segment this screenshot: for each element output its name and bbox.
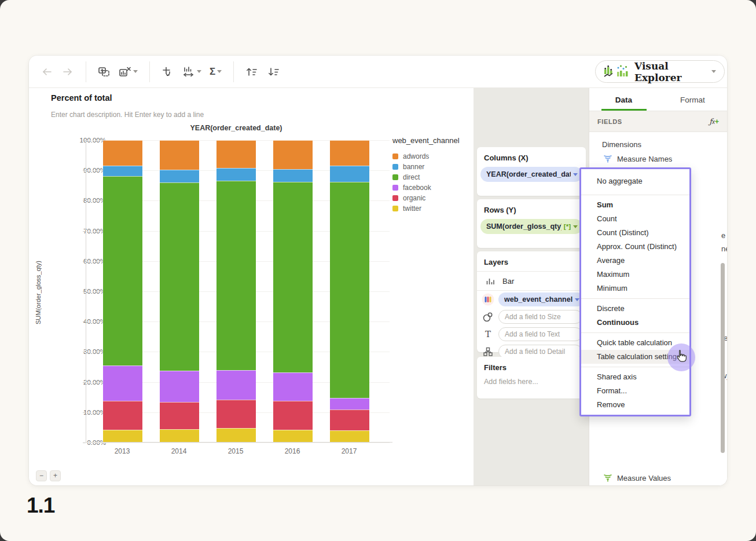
bar-segment-twitter[interactable] [160, 429, 199, 443]
scrollbar-thumb[interactable] [721, 263, 725, 453]
menu-item-remove[interactable]: Remove [581, 398, 689, 412]
duplicate-chart-icon [98, 66, 111, 78]
layer-type-label: Bar [502, 277, 514, 286]
bar-segment-adwords[interactable] [330, 140, 369, 166]
bar-segment-twitter[interactable] [103, 430, 142, 443]
bar-segment-organic[interactable] [216, 400, 256, 428]
bar-segment-direct[interactable] [216, 181, 256, 370]
stacked-bar-2016[interactable] [273, 140, 313, 443]
x-axis-tick-label: 2014 [151, 447, 207, 455]
legend-item-organic[interactable]: organic [392, 193, 460, 203]
legend-label: facebook [403, 184, 431, 192]
fit-width-button[interactable] [182, 66, 201, 78]
field-item[interactable]: Measure Names [589, 152, 727, 165]
stacked-bar-2015[interactable] [216, 140, 256, 443]
fx-plus-icon[interactable]: ƒx+ [709, 117, 719, 126]
layer-type-row[interactable]: Bar [477, 272, 586, 290]
bar-segment-organic[interactable] [273, 401, 313, 429]
bar-segment-banner[interactable] [103, 166, 142, 176]
legend-swatch [392, 185, 398, 191]
color-icon [482, 293, 494, 306]
sort-ascending-button[interactable] [245, 66, 259, 78]
legend-item-twitter[interactable]: twitter [392, 203, 460, 214]
chart-title[interactable]: Percent of total [51, 93, 112, 103]
filters-drop-target[interactable]: Add fields here... [477, 376, 586, 394]
bar-segment-organic[interactable] [103, 401, 142, 429]
bar-segment-direct[interactable] [160, 182, 199, 371]
sort-descending-button[interactable] [267, 66, 281, 78]
field-drop-target[interactable]: Add a field to Text [498, 327, 582, 341]
swap-axes-button[interactable] [162, 66, 174, 78]
zoom-out-button[interactable]: − [36, 470, 47, 481]
bar-segment-twitter[interactable] [216, 428, 256, 443]
back-arrow-button[interactable] [41, 66, 53, 78]
bar-segment-banner[interactable] [273, 169, 313, 182]
menu-item-approx-count-distinct[interactable]: Approx. Count (Distinct) [581, 240, 689, 254]
legend-item-banner[interactable]: banner [392, 162, 460, 172]
layer-row: TAdd a field to Text [477, 326, 586, 343]
bar-segment-organic[interactable] [330, 410, 369, 430]
bar-segment-adwords[interactable] [103, 140, 142, 166]
bar-segment-direct[interactable] [330, 182, 369, 399]
sigma-button[interactable]: Σ [210, 66, 222, 78]
legend-label: twitter [403, 204, 421, 213]
legend-swatch [392, 153, 398, 159]
bar-segment-adwords[interactable] [160, 140, 199, 170]
tab-format[interactable]: Format [658, 88, 727, 111]
fields-header: FIELDS ƒx+ [589, 111, 727, 132]
duplicate-chart-button[interactable] [98, 66, 111, 78]
menu-item-average[interactable]: Average [581, 254, 689, 268]
menu-item-count[interactable]: Count [581, 212, 689, 226]
stacked-bar-2017[interactable] [330, 140, 369, 443]
bar-segment-facebook[interactable] [273, 372, 313, 401]
bar-segment-facebook[interactable] [330, 398, 369, 410]
delete-chart-button[interactable] [119, 66, 138, 78]
legend-item-facebook[interactable]: facebook [392, 182, 460, 193]
menu-item-continuous[interactable]: Continuous [581, 316, 689, 330]
stacked-bar-2013[interactable] [103, 140, 142, 443]
menu-item-maximum[interactable]: Maximum [581, 268, 689, 282]
bar-segment-twitter[interactable] [273, 430, 313, 443]
bar-segment-adwords[interactable] [216, 140, 256, 168]
menu-item-format[interactable]: Format... [581, 384, 689, 398]
bar-segment-banner[interactable] [216, 168, 256, 181]
bar-segment-facebook[interactable] [160, 371, 199, 402]
field-drop-target[interactable]: Add a field to Size [498, 310, 582, 324]
x-axis-tick-label: 2015 [207, 447, 264, 455]
bar-segment-organic[interactable] [160, 402, 199, 429]
columns-field-pill[interactable]: YEAR(order_created_date) [480, 167, 582, 182]
menu-item-minimum[interactable]: Minimum [581, 282, 689, 295]
rows-field-pill[interactable]: SUM(order_gloss_qty) [*] [480, 219, 582, 234]
field-label: Measure Values [617, 474, 671, 482]
bar-segment-adwords[interactable] [273, 140, 313, 169]
rows-panel: Rows (Y) SUM(order_gloss_qty) [*] [477, 199, 586, 248]
bar-segment-direct[interactable] [103, 176, 142, 366]
back-arrow-icon [41, 66, 53, 78]
layer-color-pill[interactable]: web_event_channel [498, 293, 584, 306]
rows-field-label: SUM(order_gloss_qty) [486, 222, 562, 231]
menu-item-shared-axis[interactable]: Shared axis [581, 370, 689, 384]
zoom-in-button[interactable]: + [50, 470, 61, 481]
visual-explorer-switcher[interactable]: Visual Explorer [595, 60, 725, 83]
columns-panel-title: Columns (X) [477, 147, 586, 167]
bar-segment-direct[interactable] [273, 182, 313, 373]
tab-data[interactable]: Data [589, 88, 658, 111]
menu-item-no-aggregate[interactable]: No aggregate [581, 172, 689, 192]
field-item[interactable]: Measure Values [589, 471, 722, 484]
menu-item-discrete[interactable]: Discrete [581, 302, 689, 316]
field-item[interactable]: #account_lat [589, 484, 722, 485]
bar-segment-facebook[interactable] [216, 370, 256, 400]
bar-segment-twitter[interactable] [330, 430, 369, 443]
bar-segment-banner[interactable] [160, 170, 199, 182]
chart-description[interactable]: Enter chart description. Hit Enter key t… [51, 111, 204, 119]
legend-item-direct[interactable]: direct [392, 172, 460, 182]
menu-item-count-distinct[interactable]: Count (Distinct) [581, 226, 689, 240]
bar-segment-banner[interactable] [330, 166, 369, 182]
bar-segment-facebook[interactable] [103, 365, 142, 401]
menu-item-sum[interactable]: Sum [581, 198, 689, 212]
stacked-bar-2014[interactable] [160, 140, 199, 443]
menu-separator [581, 298, 689, 299]
forward-arrow-button[interactable] [61, 66, 74, 78]
legend-item-adwords[interactable]: adwords [392, 151, 460, 162]
size-icon [482, 311, 494, 323]
